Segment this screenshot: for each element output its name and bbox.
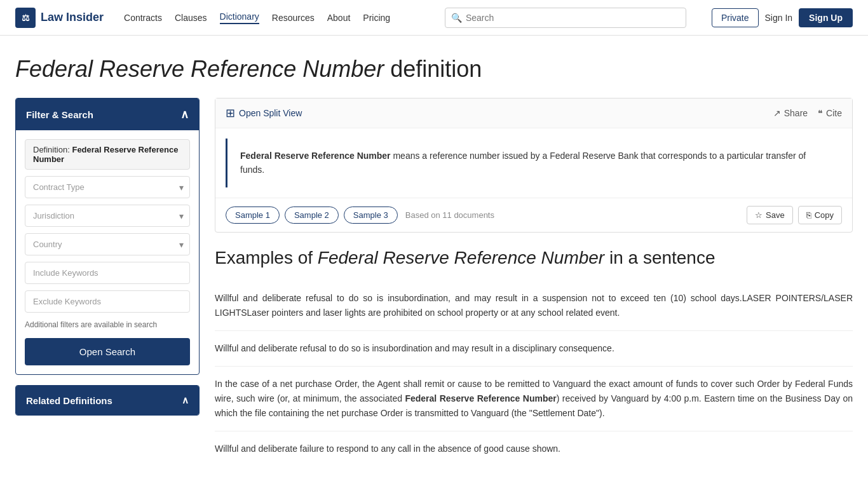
save-button[interactable]: ☆ Save <box>747 206 793 224</box>
page-title-suffix: definition <box>384 56 482 82</box>
based-on-text: Based on 11 documents <box>405 210 742 220</box>
include-keywords-input[interactable] <box>25 262 190 284</box>
share-label: Share <box>784 108 808 118</box>
examples-title-prefix: Examples of <box>215 248 318 268</box>
nav-clauses[interactable]: Clauses <box>175 13 207 23</box>
filter-title: Filter & Search <box>26 109 93 120</box>
nav-dictionary[interactable]: Dictionary <box>220 11 259 24</box>
nav-contracts[interactable]: Contracts <box>124 13 162 23</box>
definition-tag: Definition: Federal Reserve Reference Nu… <box>25 139 190 170</box>
example-item-1: Willful and deliberate refusal to do so … <box>215 281 853 331</box>
examples-title-suffix: in a sentence <box>604 248 715 268</box>
nav-actions: Private Sign In Sign Up <box>712 8 853 27</box>
country-select[interactable]: Country <box>25 233 190 255</box>
cite-label: Cite <box>826 108 842 118</box>
filter-panel-body: Definition: Federal Reserve Reference Nu… <box>16 130 199 374</box>
examples-section: Examples of Federal Reserve Reference Nu… <box>215 248 853 467</box>
related-panel-header[interactable]: Related Definitions ∧ <box>16 386 199 415</box>
jurisdiction-wrap: Jurisdiction ▾ <box>25 205 190 227</box>
definition-term: Federal Reserve Reference Number <box>240 151 391 161</box>
country-wrap: Country ▾ <box>25 233 190 255</box>
open-search-button[interactable]: Open Search <box>25 338 190 365</box>
signin-button[interactable]: Sign In <box>765 13 793 23</box>
filter-panel: Filter & Search ∧ Definition: Federal Re… <box>15 98 200 375</box>
copy-label: Copy <box>815 210 834 220</box>
sample-1-button[interactable]: Sample 1 <box>226 207 280 224</box>
copy-button[interactable]: ⎘ Copy <box>798 206 842 224</box>
card-toolbar: ⊞ Open Split View ↗ Share ❝ Cite <box>215 98 852 128</box>
definition-label: Definition: <box>33 145 70 154</box>
example-text-1: Willful and deliberate refusal to do so … <box>215 293 853 318</box>
definition-text: Federal Reserve Reference Number means a… <box>240 149 829 177</box>
nav-resources[interactable]: Resources <box>272 13 315 23</box>
cite-icon: ❝ <box>818 108 823 118</box>
content-area: ⊞ Open Split View ↗ Share ❝ Cite Fede <box>215 98 853 466</box>
related-chevron-icon: ∧ <box>182 395 189 406</box>
example-bold-phrase: Federal Reserve Reference Number <box>405 393 556 403</box>
nav-pricing[interactable]: Pricing <box>363 13 390 23</box>
logo-icon: ⚖ <box>15 8 36 28</box>
example-item-2: Willful and deliberate refusal to do so … <box>215 331 853 367</box>
page-header: Federal Reserve Reference Number definit… <box>0 36 868 98</box>
nav-about[interactable]: About <box>327 13 351 23</box>
search-input[interactable] <box>445 8 686 28</box>
search-bar: 🔍 <box>445 8 686 28</box>
star-icon: ☆ <box>755 210 763 220</box>
share-button[interactable]: ↗ Share <box>773 108 808 118</box>
site-logo[interactable]: ⚖ Law Insider <box>15 8 104 28</box>
contract-type-select[interactable]: Contract Type <box>25 176 190 198</box>
split-view-button[interactable]: ⊞ Open Split View <box>226 106 302 120</box>
example-text-4: Willful and deliberate failure to respon… <box>215 444 560 454</box>
definition-card: ⊞ Open Split View ↗ Share ❝ Cite Fede <box>215 98 853 233</box>
filter-chevron-icon: ∧ <box>180 107 189 121</box>
split-view-label: Open Split View <box>239 108 302 118</box>
search-icon: 🔍 <box>451 13 462 23</box>
page-title-italic: Federal Reserve Reference Number <box>15 56 384 82</box>
related-panel: Related Definitions ∧ <box>15 385 200 416</box>
jurisdiction-select[interactable]: Jurisdiction <box>25 205 190 227</box>
example-item-4: Willful and deliberate failure to respon… <box>215 431 853 466</box>
cite-button[interactable]: ❝ Cite <box>818 108 842 118</box>
copy-icon: ⎘ <box>806 210 811 220</box>
definition-block: Federal Reserve Reference Number means a… <box>226 139 842 187</box>
examples-title-italic: Federal Reserve Reference Number <box>318 248 604 268</box>
filter-panel-header[interactable]: Filter & Search ∧ <box>16 98 199 130</box>
sidebar: Filter & Search ∧ Definition: Federal Re… <box>15 98 200 466</box>
page-title: Federal Reserve Reference Number definit… <box>15 56 853 83</box>
save-label: Save <box>766 210 785 220</box>
share-icon: ↗ <box>773 108 781 118</box>
related-title: Related Definitions <box>26 395 112 406</box>
signup-button[interactable]: Sign Up <box>799 8 853 27</box>
toolbar-right: ↗ Share ❝ Cite <box>773 108 842 118</box>
examples-title: Examples of Federal Reserve Reference Nu… <box>215 248 853 268</box>
sample-3-button[interactable]: Sample 3 <box>344 207 398 224</box>
main-layout: Filter & Search ∧ Definition: Federal Re… <box>0 98 868 488</box>
exclude-keywords-input[interactable] <box>25 290 190 313</box>
samples-bar: Sample 1 Sample 2 Sample 3 Based on 11 d… <box>215 198 852 232</box>
contract-type-wrap: Contract Type ▾ <box>25 176 190 198</box>
sample-2-button[interactable]: Sample 2 <box>285 207 339 224</box>
example-item-3: In the case of a net purchase Order, the… <box>215 367 853 431</box>
private-button[interactable]: Private <box>712 8 759 27</box>
split-view-icon: ⊞ <box>226 106 235 120</box>
logo-text: Law Insider <box>41 11 104 24</box>
example-text-2: Willful and deliberate refusal to do so … <box>215 343 614 353</box>
filter-hint: Additional filters are available in sear… <box>25 320 190 329</box>
nav-links: Contracts Clauses Dictionary Resources A… <box>124 11 390 24</box>
